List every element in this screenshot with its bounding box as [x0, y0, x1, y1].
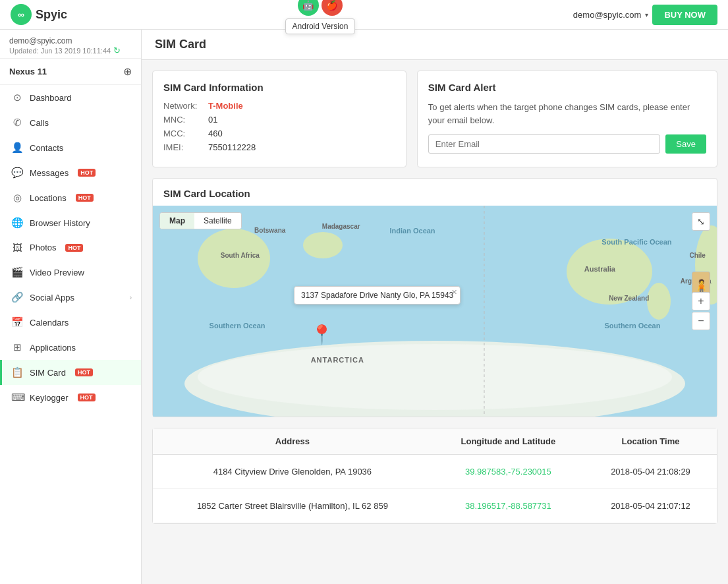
coords-cell[interactable]: 39.987583,-75.230015: [432, 455, 584, 489]
sidebar-item-dashboard[interactable]: ⊙ Dashboard: [0, 85, 141, 110]
map-tabs: Map Satellite: [159, 212, 242, 229]
android-version-tooltip: Android Version: [285, 18, 356, 34]
map-marker: 📍: [310, 324, 333, 345]
locations-icon: ◎: [11, 192, 23, 204]
cards-row: SIM Card Information Network: T-Mobile M…: [152, 71, 717, 167]
sidebar-item-messages[interactable]: 💬 Messages HOT: [0, 160, 141, 185]
apple-icon: 🍎: [326, 0, 337, 11]
coords-link[interactable]: 38.196517,-88.587731: [465, 501, 551, 511]
map-fullscreen-button[interactable]: ⤡: [692, 212, 710, 231]
sidebar-item-video-preview[interactable]: 🎬 Video Preview: [0, 260, 141, 285]
logo-icon: ∞: [11, 4, 32, 25]
save-button[interactable]: Save: [665, 134, 706, 154]
device-dropdown-icon[interactable]: ⊕: [123, 65, 132, 78]
map-tab-satellite[interactable]: Satellite: [194, 213, 241, 229]
sidebar-item-browser-history[interactable]: 🌐 Browser History: [0, 210, 141, 235]
map-zoom-out-button[interactable]: −: [692, 312, 710, 330]
sim-location-title: SIM Card Location: [153, 179, 717, 206]
page-title: SIM Card: [142, 30, 728, 60]
location-table-body: 4184 Cityview Drive Glenolden, PA 19036 …: [153, 455, 717, 523]
botswana-label: Botswana: [254, 227, 285, 234]
time-cell: 2018-05-04 21:08:29: [584, 455, 717, 489]
sidebar-item-sim-card[interactable]: 📋 SIM Card HOT: [0, 360, 141, 385]
sidebar-item-social-apps[interactable]: 🔗 Social Apps ›: [0, 285, 141, 310]
network-value: T-Mobile: [208, 101, 243, 111]
sidebar-label-sim-card: SIM Card: [30, 368, 66, 378]
main-content: SIM Card SIM Card Information Network: T…: [142, 30, 728, 584]
sim-network-row: Network: T-Mobile: [163, 101, 395, 111]
location-table-container: Address Longitude and Latitude Location …: [152, 428, 717, 524]
col-coords: Longitude and Latitude: [432, 428, 584, 455]
keylogger-icon: ⌨: [11, 392, 23, 403]
imei-value: 7550112228: [208, 142, 256, 152]
map-tooltip-close[interactable]: ✕: [451, 288, 457, 297]
sim-info-table: Network: T-Mobile MNC: 01 MCC: 460 IME: [163, 101, 395, 152]
mcc-label: MCC:: [163, 129, 203, 138]
mcc-value: 460: [208, 129, 223, 138]
topbar-dropdown-icon[interactable]: ▾: [645, 11, 648, 18]
sidebar-label-dashboard: Dashboard: [30, 93, 72, 103]
browser-history-icon: 🌐: [11, 217, 23, 229]
nav-arrow-social-apps: ›: [130, 294, 132, 301]
social-apps-icon: 🔗: [11, 291, 23, 303]
refresh-icon[interactable]: ↻: [113, 45, 121, 55]
sim-location-section: SIM Card Location: [152, 178, 717, 417]
sim-alert-card: SIM Card Alert To get alerts when the ta…: [417, 71, 717, 167]
tooltip-address: 3137 Spadafore Drive Nanty Glo, PA 15943: [301, 291, 453, 300]
sidebar-item-locations[interactable]: ◎ Locations HOT: [0, 185, 141, 210]
coords-cell[interactable]: 38.196517,-88.587731: [432, 489, 584, 523]
hot-badge-sim-card: HOT: [75, 368, 93, 376]
device-name: Nexus 11: [9, 67, 47, 76]
col-time: Location Time: [584, 428, 717, 455]
table-row: 4184 Cityview Drive Glenolden, PA 19036 …: [153, 455, 717, 489]
sidebar-label-calendars: Calendars: [30, 318, 69, 328]
sim-card-icon: 📋: [11, 366, 23, 378]
map-tab-map[interactable]: Map: [160, 213, 194, 229]
sidebar-updated: Updated: Jun 13 2019 10:11:44 ↻: [9, 45, 132, 55]
map-tooltip: 3137 Spadafore Drive Nanty Glo, PA 15943…: [294, 286, 461, 305]
video-preview-icon: 🎬: [11, 266, 23, 278]
nav-menu: ⊙ Dashboard ✆ Calls 👤 Contacts 💬 Message…: [0, 85, 141, 410]
sidebar-label-browser-history: Browser History: [30, 218, 90, 228]
contacts-icon: 👤: [11, 142, 23, 154]
sidebar-user-info: demo@spyic.com Updated: Jun 13 2019 10:1…: [0, 30, 141, 59]
sim-mnc-row: MNC: 01: [163, 115, 395, 125]
mnc-label: MNC:: [163, 115, 203, 125]
sidebar-item-contacts[interactable]: 👤 Contacts: [0, 135, 141, 160]
sidebar-email: demo@spyic.com: [9, 36, 132, 45]
sidebar-label-video-preview: Video Preview: [30, 268, 84, 277]
layout: demo@spyic.com Updated: Jun 13 2019 10:1…: [0, 30, 728, 584]
south-pacific-label: South Pacific Ocean: [602, 237, 671, 247]
sidebar-item-keylogger[interactable]: ⌨ Keylogger HOT: [0, 385, 141, 410]
sidebar-label-applications: Applications: [30, 343, 76, 353]
coords-link[interactable]: 39.987583,-75.230015: [465, 467, 551, 477]
southern-ocean-left: Southern Ocean: [210, 322, 266, 330]
sidebar-label-photos: Photos: [30, 243, 56, 252]
sidebar-label-keylogger: Keylogger: [30, 393, 69, 403]
sidebar-label-locations: Locations: [30, 193, 67, 203]
map-background: Botswana Madagascar South Africa Souther…: [153, 206, 717, 417]
ios-platform-btn[interactable]: 🍎: [322, 0, 343, 16]
hot-badge-photos: HOT: [65, 244, 83, 252]
email-input[interactable]: [428, 134, 661, 154]
topbar: ∞ Spyic 🤖 🍎 Android Version demo@spyic.c…: [0, 0, 728, 30]
map-zoom-in-button[interactable]: +: [692, 292, 710, 310]
buy-now-button[interactable]: BUY NOW: [652, 5, 717, 25]
calendars-icon: 📅: [11, 316, 23, 328]
sidebar-label-calls: Calls: [30, 118, 49, 128]
svg-point-2: [303, 232, 343, 258]
applications-icon: ⊞: [11, 341, 23, 353]
sidebar-item-photos[interactable]: 🖼 Photos HOT: [0, 235, 141, 260]
new-zealand-label: New Zealand: [609, 294, 649, 303]
antarctica-label: ANTARCTICA: [311, 356, 364, 364]
table-row: 1852 Carter Street Blairsville (Hamilton…: [153, 489, 717, 523]
indian-ocean-label: Indian Ocean: [390, 227, 435, 235]
platform-selector: 🤖 🍎 Android Version: [285, 0, 356, 34]
svg-point-7: [198, 344, 672, 410]
sidebar-item-applications[interactable]: ⊞ Applications: [0, 335, 141, 360]
sidebar-item-calls[interactable]: ✆ Calls: [0, 110, 141, 135]
messages-icon: 💬: [11, 167, 23, 179]
android-platform-btn[interactable]: 🤖: [298, 0, 319, 16]
imei-label: IMEI:: [163, 142, 203, 152]
sidebar-item-calendars[interactable]: 📅 Calendars: [0, 310, 141, 335]
